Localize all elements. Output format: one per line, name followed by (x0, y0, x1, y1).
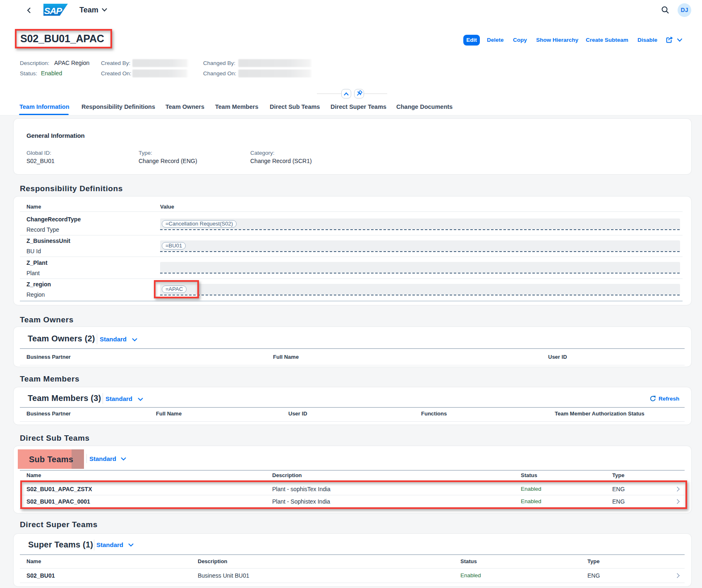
svg-text:SAP: SAP (44, 6, 63, 16)
